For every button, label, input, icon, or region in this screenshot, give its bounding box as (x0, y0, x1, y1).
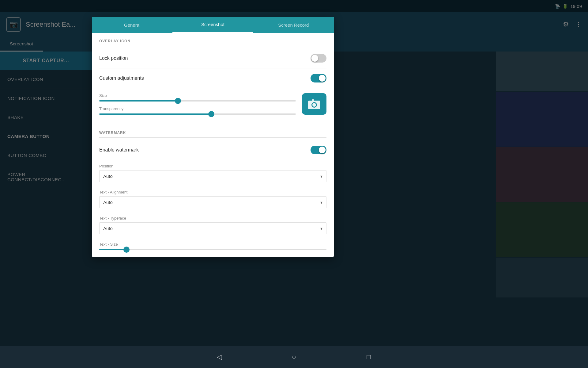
text-alignment-arrow: ▾ (320, 200, 322, 205)
text-size-slider-track[interactable] (99, 249, 326, 250)
position-dropdown-row: Position Auto ▾ (99, 160, 326, 186)
watermark-section-header: WATERMARK (99, 125, 326, 138)
home-button[interactable]: ○ (287, 350, 301, 364)
svg-point-2 (312, 103, 316, 107)
text-size-slider-fill (99, 249, 126, 250)
size-slider-track[interactable] (99, 100, 296, 102)
lock-position-thumb (311, 55, 318, 62)
dialog-content: OVERLAY ICON Lock position Custom adjust… (92, 33, 334, 257)
custom-adjustments-row: Custom adjustments (99, 68, 326, 88)
text-alignment-dropdown-row: Text - Alignment Auto ▾ (99, 186, 326, 212)
position-value: Auto (103, 174, 113, 179)
navigation-bar: ◁ ○ □ (0, 346, 588, 368)
dialog-tab-bar: General Screenshot Screen Record (92, 17, 334, 33)
transparency-slider-row: Transparency (99, 106, 296, 115)
position-dropdown-label: Position (99, 164, 326, 168)
position-dropdown[interactable]: Auto ▾ (99, 170, 326, 182)
dialog-tab-general[interactable]: General (92, 17, 172, 33)
size-slider-thumb[interactable] (175, 98, 181, 104)
settings-dialog: General Screenshot Screen Record OVERLAY… (92, 17, 334, 257)
custom-adjustments-thumb (319, 75, 326, 82)
text-size-slider-thumb[interactable] (123, 247, 130, 253)
sliders-container: Size Transparency (99, 93, 296, 120)
transparency-slider-track[interactable] (99, 113, 296, 115)
size-label: Size (99, 93, 296, 98)
lock-position-toggle[interactable] (311, 54, 326, 63)
camera-preview-icon (302, 93, 326, 115)
size-slider-row: Size (99, 93, 296, 102)
text-alignment-dropdown[interactable]: Auto ▾ (99, 196, 326, 208)
text-typeface-dropdown-row: Text - Typeface Auto ▾ (99, 212, 326, 238)
dialog-tab-screenshot[interactable]: Screenshot (172, 17, 253, 33)
back-button[interactable]: ◁ (213, 350, 226, 364)
text-alignment-label: Text - Alignment (99, 190, 326, 194)
recent-apps-button[interactable]: □ (362, 350, 375, 364)
text-size-label: Text - Size (99, 242, 326, 247)
custom-adjustments-label: Custom adjustments (99, 75, 144, 81)
lock-position-label: Lock position (99, 56, 128, 61)
lock-position-row: Lock position (99, 48, 326, 68)
enable-watermark-thumb (319, 147, 326, 153)
text-typeface-value: Auto (103, 226, 113, 231)
transparency-slider-fill (99, 113, 211, 115)
text-typeface-label: Text - Typeface (99, 216, 326, 220)
transparency-label: Transparency (99, 106, 296, 111)
enable-watermark-row: Enable watermark (99, 140, 326, 160)
svg-rect-3 (312, 99, 314, 101)
size-slider-fill (99, 100, 178, 102)
enable-watermark-toggle[interactable] (311, 146, 326, 154)
text-size-slider-row: Text - Size (99, 238, 326, 254)
dialog-tab-screen-record[interactable]: Screen Record (253, 17, 334, 33)
position-dropdown-arrow: ▾ (320, 174, 322, 179)
text-typeface-dropdown[interactable]: Auto ▾ (99, 222, 326, 234)
enable-watermark-label: Enable watermark (99, 147, 139, 153)
text-typeface-arrow: ▾ (320, 226, 322, 231)
transparency-slider-thumb[interactable] (208, 111, 214, 117)
custom-adjustments-toggle[interactable] (311, 74, 326, 82)
overlay-icon-section-header: OVERLAY ICON (99, 33, 326, 46)
text-alignment-value: Auto (103, 200, 113, 205)
sliders-section: Size Transparency (99, 88, 326, 125)
